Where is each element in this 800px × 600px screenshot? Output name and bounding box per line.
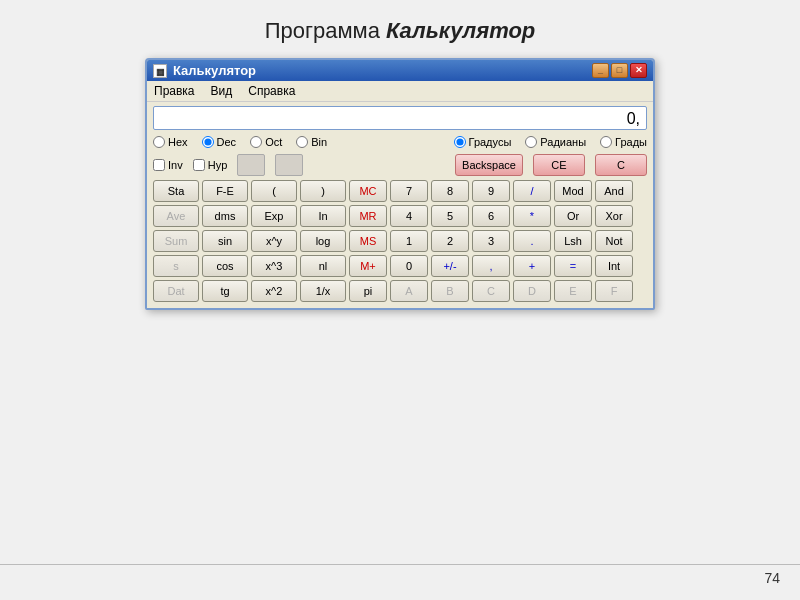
num-row-789: 7 8 9 / Mod And (390, 180, 633, 202)
menu-spravka[interactable]: Справка (245, 83, 298, 99)
mr-button[interactable]: MR (349, 205, 387, 227)
xpowy-button[interactable]: x^y (251, 230, 297, 252)
grady-option[interactable]: Грады (600, 136, 647, 148)
ms-button[interactable]: MS (349, 230, 387, 252)
btn-c[interactable]: C (472, 280, 510, 302)
close-button[interactable]: ✕ (630, 63, 647, 78)
window-title: Калькулятор (173, 63, 256, 78)
btn-f[interactable]: F (595, 280, 633, 302)
fe-button[interactable]: F-E (202, 180, 248, 202)
maximize-button[interactable]: □ (611, 63, 628, 78)
btn-1[interactable]: 1 (390, 230, 428, 252)
xpow2-button[interactable]: x^2 (251, 280, 297, 302)
and-button[interactable]: And (595, 180, 633, 202)
nl-button[interactable]: nl (300, 255, 346, 277)
mem-col: MC MR MS M+ pi (349, 180, 387, 302)
oct-option[interactable]: Oct (250, 136, 282, 148)
open-paren-button[interactable]: ( (251, 180, 297, 202)
inv-check[interactable]: Inv (153, 159, 183, 171)
mc-button[interactable]: MC (349, 180, 387, 202)
page-number: 74 (764, 570, 780, 586)
dms-button[interactable]: dms (202, 205, 248, 227)
main-buttons: Sta Ave Sum s Dat F-E dms sin cos tg ( E… (153, 180, 647, 302)
btn-4[interactable]: 4 (390, 205, 428, 227)
mod-button[interactable]: Mod (554, 180, 592, 202)
xor-button[interactable]: Xor (595, 205, 633, 227)
s-button[interactable]: s (153, 255, 199, 277)
comma-button[interactable]: , (472, 255, 510, 277)
btn-8[interactable]: 8 (431, 180, 469, 202)
display: 0, (153, 106, 647, 130)
btn-e[interactable]: E (554, 280, 592, 302)
func-col2: ( Exp x^y x^3 x^2 (251, 180, 297, 302)
titlebar: ▦ Калькулятор _ □ ✕ (147, 60, 653, 81)
sin-button[interactable]: sin (202, 230, 248, 252)
cos-button[interactable]: cos (202, 255, 248, 277)
negate-button[interactable]: +/- (431, 255, 469, 277)
close-paren-button[interactable]: ) (300, 180, 346, 202)
check-row: Inv Hyp Backspace CE C (153, 154, 647, 176)
stat-col: Sta Ave Sum s Dat (153, 180, 199, 302)
func-col1: F-E dms sin cos tg (202, 180, 248, 302)
btn-6[interactable]: 6 (472, 205, 510, 227)
divider (0, 564, 800, 565)
ave-button[interactable]: Ave (153, 205, 199, 227)
sta-button[interactable]: Sta (153, 180, 199, 202)
div-button[interactable]: / (513, 180, 551, 202)
btn-5[interactable]: 5 (431, 205, 469, 227)
or-button[interactable]: Or (554, 205, 592, 227)
func-col3: ) In log nl 1/x (300, 180, 346, 302)
num-row-0: 0 +/- , + = Int (390, 255, 633, 277)
number-base-row: Hex Dec Oct Bin Градусы Радианы Грады (153, 134, 647, 150)
not-button[interactable]: Not (595, 230, 633, 252)
pi-button[interactable]: pi (349, 280, 387, 302)
ln-button[interactable]: In (300, 205, 346, 227)
btn-9[interactable]: 9 (472, 180, 510, 202)
hyp-check[interactable]: Hyp (193, 159, 228, 171)
btn-b[interactable]: B (431, 280, 469, 302)
small-box-2 (275, 154, 303, 176)
num-row-456: 4 5 6 * Or Xor (390, 205, 633, 227)
plus-button[interactable]: + (513, 255, 551, 277)
menu-vid[interactable]: Вид (208, 83, 236, 99)
btn-d[interactable]: D (513, 280, 551, 302)
numpad: 7 8 9 / Mod And 4 5 6 * Or Xor (390, 180, 633, 302)
small-box-1 (237, 154, 265, 176)
rad-option[interactable]: Радианы (525, 136, 586, 148)
btn-0[interactable]: 0 (390, 255, 428, 277)
c-button[interactable]: C (595, 154, 647, 176)
ce-button[interactable]: CE (533, 154, 585, 176)
bin-option[interactable]: Bin (296, 136, 327, 148)
exp-button[interactable]: Exp (251, 205, 297, 227)
mplus-button[interactable]: M+ (349, 255, 387, 277)
page-title: Программа Калькулятор (0, 0, 800, 58)
tg-button[interactable]: tg (202, 280, 248, 302)
dat-button[interactable]: Dat (153, 280, 199, 302)
btn-2[interactable]: 2 (431, 230, 469, 252)
window-icon: ▦ (153, 64, 167, 78)
num-row-123: 1 2 3 . Lsh Not (390, 230, 633, 252)
dec-option[interactable]: Dec (202, 136, 237, 148)
int-button[interactable]: Int (595, 255, 633, 277)
hex-row: A B C D E F (390, 280, 633, 302)
btn-a[interactable]: A (390, 280, 428, 302)
minimize-button[interactable]: _ (592, 63, 609, 78)
recip-button[interactable]: 1/x (300, 280, 346, 302)
grad-option[interactable]: Градусы (454, 136, 512, 148)
menubar: Правка Вид Справка (147, 81, 653, 102)
equals-button[interactable]: = (554, 255, 592, 277)
btn-7[interactable]: 7 (390, 180, 428, 202)
btn-3[interactable]: 3 (472, 230, 510, 252)
menu-pravka[interactable]: Правка (151, 83, 198, 99)
lsh-button[interactable]: Lsh (554, 230, 592, 252)
dot-button[interactable]: . (513, 230, 551, 252)
backspace-button[interactable]: Backspace (455, 154, 523, 176)
xpow3-button[interactable]: x^3 (251, 255, 297, 277)
sum-button[interactable]: Sum (153, 230, 199, 252)
log-button[interactable]: log (300, 230, 346, 252)
mul-button[interactable]: * (513, 205, 551, 227)
calculator-window: ▦ Калькулятор _ □ ✕ Правка Вид Справка 0… (145, 58, 655, 310)
hex-option[interactable]: Hex (153, 136, 188, 148)
